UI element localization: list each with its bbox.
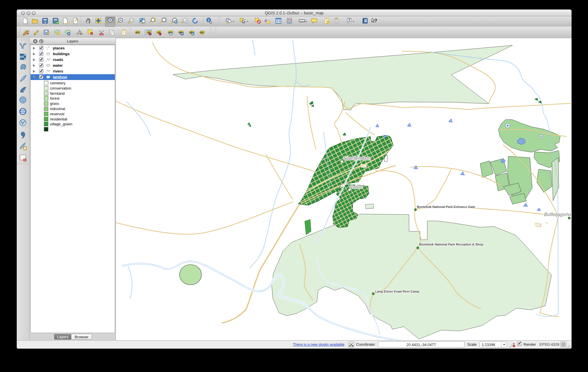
svg-text:Lang Elsies Kraal Rest Camp: Lang Elsies Kraal Rest Camp — [375, 290, 419, 293]
svg-text:abc: abc — [136, 31, 140, 34]
svg-text:ε: ε — [265, 18, 267, 23]
svg-text:Buffeljagsrivier: Buffeljagsrivier — [544, 212, 572, 217]
svg-text:?: ? — [374, 18, 377, 23]
svg-text:Swellendam: Swellendam — [343, 155, 371, 161]
svg-text:Railton: Railton — [350, 185, 363, 189]
svg-text:P: P — [384, 135, 386, 138]
svg-text:Bontebok National Park Recepti: Bontebok National Park Reception & Shop — [419, 243, 483, 246]
svg-text:?: ? — [365, 19, 367, 22]
svg-text:Bontebok National Park Entranc: Bontebok National Park Entrance Gate — [417, 205, 475, 209]
svg-text:T: T — [348, 18, 350, 22]
svg-text:1:1: 1:1 — [130, 19, 134, 22]
